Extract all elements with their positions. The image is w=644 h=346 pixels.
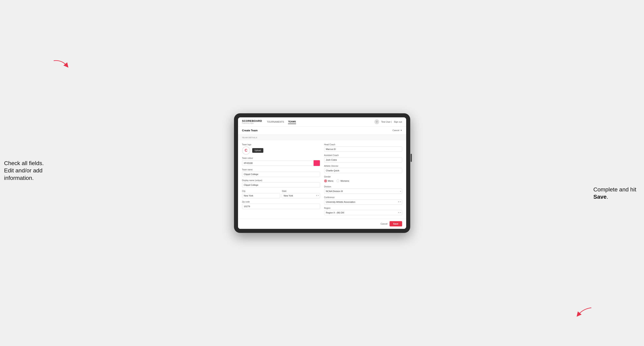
colour-input-row [242,160,320,166]
head-coach-input[interactable] [324,147,402,152]
logo-area: SCOREBOARD Powered by clippd [242,120,262,124]
navbar-left: SCOREBOARD Powered by clippd TOURNAMENTS… [242,120,296,124]
region-label: Region [324,207,402,209]
state-select-wrapper: ✕ ▾ [282,193,320,198]
right-arrow [575,306,593,319]
head-coach-field: Head Coach [324,144,402,152]
team-logo-field: Team logo C Upload [242,144,320,155]
left-column: Team logo C Upload Team colour [242,144,320,215]
city-state-field: City State ✕ ▾ [242,190,320,198]
user-name: Test User | [381,121,392,123]
tablet-frame: SCOREBOARD Powered by clippd TOURNAMENTS… [234,113,410,233]
tablet-side-button [411,154,412,162]
form-title: Create Team [242,129,258,132]
cancel-button[interactable]: Cancel [381,223,388,225]
division-chevron-icon: ▾ [400,190,401,192]
state-select-icons: ✕ ▾ [316,195,319,197]
zip-input[interactable] [242,204,320,209]
display-name-field: Display name (unique) [242,179,320,187]
sign-out-link[interactable]: Sign out [394,121,402,123]
mens-radio-dot [324,179,327,182]
right-column: Head Coach Assistant Coach Athletic Dire… [324,144,402,215]
conference-input[interactable] [324,199,402,204]
region-input[interactable] [324,210,402,215]
team-name-label: Team name [242,169,320,171]
team-name-input[interactable] [242,172,320,177]
save-button[interactable]: Save [390,221,402,226]
cancel-x-button[interactable]: Cancel ✕ [392,129,402,132]
logo-subtext: Powered by clippd [242,122,262,124]
display-name-label: Display name (unique) [242,179,320,181]
logo-upload-area: C Upload [242,147,320,155]
gender-radio-group: Mens Womens [324,179,402,183]
logo-text: SCOREBOARD [242,120,262,122]
form-header: Create Team Cancel ✕ [238,127,406,135]
display-name-input[interactable] [242,182,320,187]
gender-field: Gender Mens Womens [324,176,402,183]
region-select-wrapper: ✕ ▾ [324,210,402,215]
assistant-coach-input[interactable] [324,157,402,163]
athletic-director-label: Athletic Director [324,165,402,167]
team-colour-input[interactable] [242,161,314,166]
nav-tournaments[interactable]: TOURNAMENTS [267,120,284,124]
conference-field: Conference ✕ ▾ [324,196,402,204]
form-body: Team logo C Upload Team colour [238,140,406,218]
athletic-director-field: Athletic Director [324,165,402,173]
womens-label: Womens [340,180,349,182]
conference-clear-button[interactable]: ✕ [398,201,400,203]
division-label: Division [324,185,402,188]
region-chevron-icon: ▾ [400,212,401,213]
navbar-right: U Test User | Sign out [374,119,402,124]
state-field: State ✕ ▾ [282,190,320,198]
section-label: TEAM DETAILS [238,135,406,140]
city-field: City [242,190,280,198]
team-logo-label: Team logo [242,144,320,146]
conference-label: Conference [324,196,402,198]
city-state-row: City State ✕ ▾ [242,190,320,198]
head-coach-label: Head Coach [324,144,402,146]
team-logo-circle: C [242,147,250,155]
form-footer: Cancel Save [238,218,406,229]
assistant-coach-field: Assistant Coach [324,154,402,163]
division-input[interactable] [324,188,402,194]
team-colour-label: Team colour [242,157,320,159]
division-select-wrapper: ▾ [324,188,402,194]
state-label: State [282,190,320,192]
state-chevron-icon: ▾ [318,195,319,196]
athletic-director-input[interactable] [324,168,402,173]
zip-field: Zip code [242,201,320,209]
conference-select-icons: ✕ ▾ [398,201,401,203]
navbar: SCOREBOARD Powered by clippd TOURNAMENTS… [238,117,406,127]
region-clear-button[interactable]: ✕ [398,212,400,214]
state-clear-button[interactable]: ✕ [316,195,318,197]
tablet-screen: SCOREBOARD Powered by clippd TOURNAMENTS… [238,117,406,229]
region-field: Region ✕ ▾ [324,207,402,215]
gender-mens-option[interactable]: Mens [324,179,334,182]
nav-teams[interactable]: TEAMS [288,120,296,124]
user-avatar: U [374,119,379,124]
city-label: City [242,190,280,192]
right-instruction: Complete and hit Save. [593,186,640,201]
nav-links: TOURNAMENTS TEAMS [267,120,296,124]
conference-select-wrapper: ✕ ▾ [324,199,402,204]
team-colour-field: Team colour [242,157,320,166]
assistant-coach-label: Assistant Coach [324,154,402,157]
left-arrow [52,59,70,72]
region-select-icons: ✕ ▾ [398,212,401,214]
gender-label: Gender [324,176,402,178]
gender-womens-option[interactable]: Womens [336,179,349,182]
colour-swatch[interactable] [314,160,320,166]
womens-radio-dot [336,179,339,182]
state-input[interactable] [282,193,320,198]
conference-chevron-icon: ▾ [400,201,401,203]
team-name-field: Team name [242,169,320,177]
left-instruction: Check all fields. Edit and/or add inform… [4,160,44,182]
division-field: Division ▾ [324,185,402,194]
create-team-form: Create Team Cancel ✕ TEAM DETAILS Team l… [238,127,406,229]
mens-label: Mens [328,180,334,182]
division-select-icons: ▾ [400,190,401,192]
zip-label: Zip code [242,201,320,203]
upload-button[interactable]: Upload [252,148,264,153]
city-input[interactable] [242,193,280,198]
